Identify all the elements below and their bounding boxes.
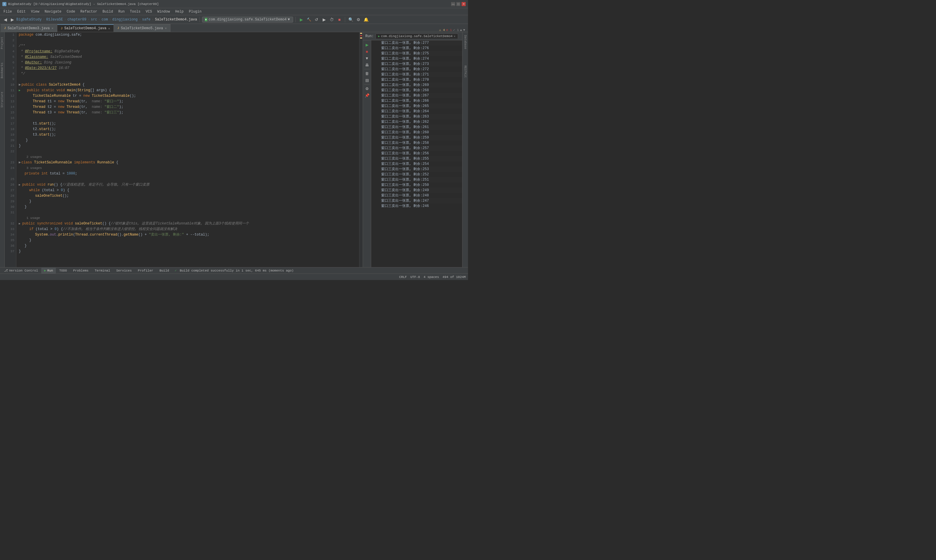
encoding-indicator[interactable]: UTF-8: [410, 275, 420, 279]
breadcrumb-module[interactable]: 01JavaSE: [46, 17, 63, 22]
tab-close-2[interactable]: ✕: [108, 26, 110, 31]
line-num-19: 19: [5, 132, 16, 138]
menu-view[interactable]: View: [29, 9, 42, 14]
nav-back-button[interactable]: ◀: [2, 17, 8, 23]
scroll-down-btn[interactable]: ▼: [463, 28, 465, 32]
line-num-25: 25: [5, 177, 16, 182]
line-num-10: 10: [5, 82, 16, 88]
services-tab[interactable]: Services: [114, 268, 135, 274]
titlebar-controls: — □ ✕: [451, 2, 466, 6]
coverage-button[interactable]: ▶: [321, 16, 327, 23]
run-print-button[interactable]: 🖶: [364, 62, 370, 68]
minimize-button[interactable]: —: [451, 2, 455, 6]
stop-button[interactable]: ■: [336, 16, 342, 23]
breadcrumb-file[interactable]: SaleTicketDemo4.java: [155, 17, 197, 22]
code-line-34: System.out.println(Thread.currentThread(…: [19, 232, 359, 238]
tab-close-3[interactable]: ✕: [165, 26, 167, 30]
code-line-9: [19, 77, 359, 82]
code-line-21: }: [19, 143, 359, 149]
breadcrumb-pkg[interactable]: dingjiaxiong: [112, 17, 137, 22]
indent-indicator[interactable]: 4 spaces: [424, 275, 439, 279]
bookmarks-panel-tab[interactable]: Bookmarks: [0, 60, 5, 81]
run-button[interactable]: ▶: [298, 16, 304, 23]
scroll-up-btn[interactable]: ▲: [460, 28, 462, 32]
database-panel-tab[interactable]: Database: [463, 33, 467, 51]
menu-navigate[interactable]: Navigate: [42, 9, 64, 14]
menu-build[interactable]: Build: [100, 9, 115, 14]
structure-panel-tab[interactable]: Structure: [0, 89, 5, 110]
maximize-button[interactable]: □: [456, 2, 460, 6]
tab-saletickdemo3[interactable]: J SaleTicketDemo3.java ✕: [1, 24, 57, 32]
run-output[interactable]: 窗口二卖出一张票, 剩余:277窗口二卖出一张票, 剩余:276窗口二卖出一张票…: [371, 40, 462, 267]
build-tab-bottom[interactable]: Build: [156, 268, 172, 274]
breadcrumb-chapter[interactable]: chapter09: [67, 17, 86, 22]
settings-button[interactable]: ⚙: [355, 16, 362, 23]
menu-edit[interactable]: Edit: [15, 9, 28, 14]
code-line-35: }: [19, 238, 359, 243]
line-num-3: 3: [5, 43, 16, 49]
profile-button[interactable]: ⏱: [328, 16, 335, 23]
menu-vcs[interactable]: VCS: [143, 9, 154, 14]
run-config-icon: ▶: [205, 18, 208, 22]
breadcrumb-app[interactable]: BigDataStudy: [16, 17, 42, 22]
breadcrumb-com[interactable]: com: [102, 17, 108, 22]
menu-tools[interactable]: Tools: [128, 9, 143, 14]
run-filter-button[interactable]: ▤: [364, 77, 370, 83]
run-config-selector[interactable]: ▶ com.dingjiaxiong.safe.SaleTicketDemo4 …: [202, 17, 293, 23]
run-tab-name: com.dingjiaxiong.safe.SaleTicketDemo4: [381, 34, 452, 38]
run-pin-button[interactable]: 📌: [364, 92, 370, 98]
code-line-4: * @Projectname: BigDataStudy: [19, 49, 359, 54]
menu-help[interactable]: Help: [173, 9, 186, 14]
output-line-14: 窗口二卖出一张票, 剩余:263: [380, 114, 462, 119]
profiler-tab[interactable]: Profiler: [135, 268, 156, 274]
run-clear-button[interactable]: 🗑: [364, 70, 370, 77]
menu-run[interactable]: Run: [116, 9, 127, 14]
problems-tab[interactable]: Problems: [70, 268, 91, 274]
code-line-29: }: [19, 199, 359, 204]
output-line-13: 窗口二卖出一张票, 剩余:264: [380, 109, 462, 114]
breadcrumb-src[interactable]: src: [91, 17, 97, 22]
problems-label: Problems: [73, 269, 89, 272]
run-tab[interactable]: ▶ com.dingjiaxiong.safe.SaleTicketDemo4 …: [376, 34, 458, 38]
output-line-22: 窗口三卖出一张票, 剩余:255: [380, 156, 462, 162]
project-panel-tab[interactable]: Project: [0, 34, 5, 51]
terminal-tab[interactable]: Terminal: [92, 268, 113, 274]
menu-plugin[interactable]: Plugin: [187, 9, 204, 14]
run-scroll-end-button[interactable]: ▼: [364, 55, 370, 62]
run-stop-button[interactable]: ■: [364, 48, 370, 55]
output-line-6: 窗口二卖出一张票, 剩余:271: [380, 72, 462, 77]
restkit-panel-tab[interactable]: RESTKit: [463, 64, 467, 80]
breadcrumb-safe[interactable]: safe: [142, 17, 151, 22]
code-line-24: private int total = 1000;: [19, 171, 359, 177]
output-line-2: 窗口二卖出一张票, 剩余:275: [380, 51, 462, 56]
titlebar-left: I BigDataStudy [D:\DingJiaxiong\BigDataS…: [2, 2, 159, 6]
run-tab-bottom[interactable]: ▶ Run: [41, 268, 56, 274]
todo-tab[interactable]: TODO: [56, 268, 69, 274]
tab-saletickdemo4[interactable]: J SaleTicketDemo4.java ✕: [57, 24, 114, 32]
titlebar-title: BigDataStudy [D:\DingJiaxiong\BigDataStu…: [8, 2, 159, 6]
close-button[interactable]: ✕: [461, 2, 466, 6]
line-ending-indicator[interactable]: CRLF: [399, 275, 407, 279]
run-settings-button[interactable]: ⚙: [364, 85, 370, 92]
error-indicator: ⊘ 1: [446, 28, 452, 32]
gutter-warning-2: [360, 37, 362, 38]
menu-file[interactable]: File: [1, 9, 14, 14]
tab-saletickdemo5[interactable]: J SaleTicketDemo5.java ✕: [114, 24, 171, 32]
menu-window[interactable]: Window: [155, 9, 172, 14]
nav-forward-button[interactable]: ▶: [9, 17, 15, 23]
memory-indicator: 494 of 1024M: [443, 275, 466, 279]
code-line-20: }: [19, 138, 359, 143]
build-button[interactable]: 🔨: [306, 16, 312, 23]
notifications-button[interactable]: 🔔: [363, 16, 369, 23]
output-line-17: 窗口三卖出一张票, 剩余:260: [380, 130, 462, 135]
search-everywhere-button[interactable]: 🔍: [347, 16, 354, 23]
sync-button[interactable]: ↺: [313, 16, 320, 23]
tab-close-1[interactable]: ✕: [51, 26, 54, 30]
run-tab-close[interactable]: ✕: [454, 34, 455, 38]
code-editor[interactable]: package com.dingjiaxiong.safe; /** * @Pr…: [16, 32, 359, 267]
menu-code[interactable]: Code: [64, 9, 77, 14]
run-rerun-button[interactable]: ▶: [364, 42, 370, 48]
output-line-7: 窗口二卖出一张票, 剩余:270: [380, 77, 462, 82]
version-control-tab[interactable]: ⎇ Version Control: [1, 268, 41, 274]
menu-refactor[interactable]: Refactor: [78, 9, 100, 14]
